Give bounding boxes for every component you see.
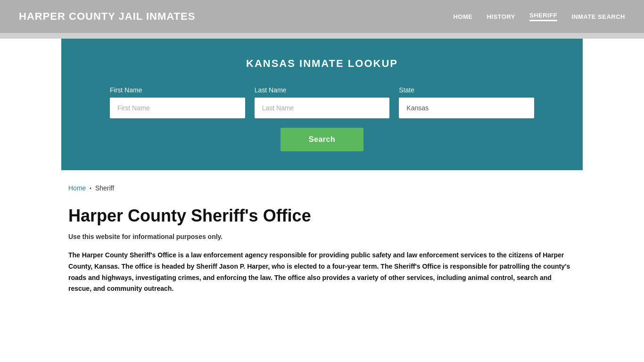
main-nav: HOME HISTORY SHERIFF INMATE SEARCH [453,12,625,21]
state-input[interactable] [399,98,534,118]
state-label: State [399,86,534,94]
nav-home[interactable]: HOME [453,13,472,20]
breadcrumb: Home • Sheriff [68,184,576,192]
last-name-label: Last Name [255,86,390,94]
site-header: HARPER COUNTY JAIL INMATES HOME HISTORY … [0,0,644,33]
search-section: KANSAS INMATE LOOKUP First Name Last Nam… [61,39,583,170]
page-heading: Harper County Sheriff's Office [68,206,576,226]
search-title: KANSAS INMATE LOOKUP [71,58,573,70]
first-name-input[interactable] [110,98,245,118]
sub-header-line [0,33,644,39]
search-form: First Name Last Name State Search [71,86,573,151]
disclaimer-text: Use this website for informational purpo… [68,233,576,240]
form-fields: First Name Last Name State [110,86,534,118]
description-text: The Harper County Sheriff's Office is a … [68,250,576,295]
last-name-input[interactable] [255,98,390,118]
nav-inmate-search[interactable]: INMATE SEARCH [571,13,625,20]
nav-history[interactable]: HISTORY [487,13,515,20]
first-name-group: First Name [110,86,245,118]
first-name-label: First Name [110,86,245,94]
breadcrumb-separator: • [90,186,91,191]
search-button[interactable]: Search [281,128,363,151]
main-content: Home • Sheriff Harper County Sheriff's O… [0,170,644,309]
breadcrumb-home[interactable]: Home [68,184,86,192]
state-group: State [399,86,534,118]
site-title: HARPER COUNTY JAIL INMATES [19,10,195,23]
last-name-group: Last Name [255,86,390,118]
breadcrumb-current: Sheriff [95,184,114,192]
nav-sheriff[interactable]: SHERIFF [529,12,557,21]
